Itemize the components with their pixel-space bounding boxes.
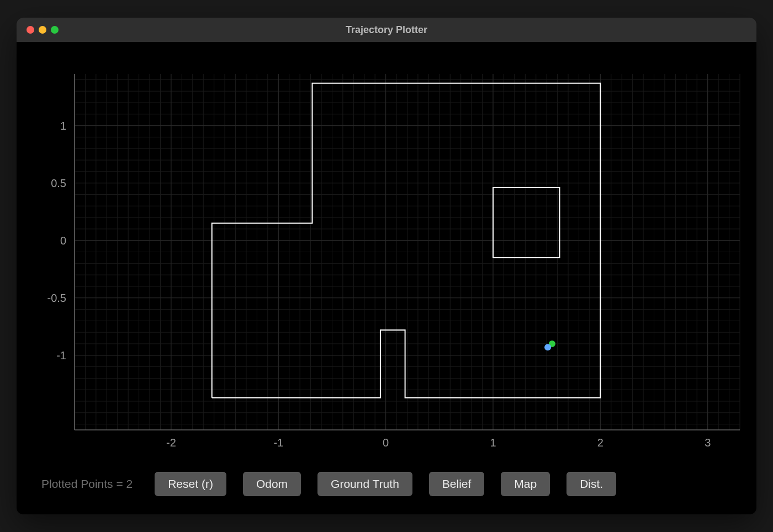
svg-text:0: 0	[383, 437, 389, 449]
fullscreen-icon[interactable]	[51, 26, 59, 34]
titlebar[interactable]: Trajectory Plotter	[17, 18, 756, 42]
odom-button[interactable]: Odom	[243, 472, 301, 496]
svg-text:1: 1	[490, 437, 496, 449]
belief-button[interactable]: Belief	[429, 472, 485, 496]
svg-point-119	[544, 344, 551, 350]
traffic-lights	[17, 26, 59, 34]
map-button[interactable]: Map	[501, 472, 550, 496]
svg-text:1: 1	[60, 120, 66, 132]
status-text: Plotted Points = 2	[41, 477, 133, 491]
app-window: Trajectory Plotter -2-10123-1-0.500.51 P…	[17, 18, 756, 514]
svg-text:2: 2	[597, 437, 603, 449]
content: -2-10123-1-0.500.51 Plotted Points = 2 R…	[17, 42, 756, 514]
svg-text:-1: -1	[56, 349, 66, 361]
dist-button[interactable]: Dist.	[566, 472, 616, 496]
bottom-bar: Plotted Points = 2 Reset (r) Odom Ground…	[17, 465, 756, 514]
status-label: Plotted Points =	[41, 477, 126, 490]
svg-text:-0.5: -0.5	[47, 292, 66, 304]
svg-text:0: 0	[60, 235, 66, 247]
minimize-icon[interactable]	[39, 26, 46, 34]
svg-text:-1: -1	[273, 437, 283, 449]
svg-text:0.5: 0.5	[51, 177, 66, 189]
svg-text:-2: -2	[166, 437, 176, 449]
window-title: Trajectory Plotter	[17, 24, 756, 36]
status-count: 2	[126, 477, 133, 490]
reset-button[interactable]: Reset (r)	[155, 472, 226, 496]
svg-text:3: 3	[705, 437, 711, 449]
plot-area[interactable]: -2-10123-1-0.500.51	[17, 42, 756, 465]
close-icon[interactable]	[27, 26, 34, 34]
ground-truth-button[interactable]: Ground Truth	[317, 472, 412, 496]
trajectory-plot[interactable]: -2-10123-1-0.500.51	[17, 42, 756, 465]
